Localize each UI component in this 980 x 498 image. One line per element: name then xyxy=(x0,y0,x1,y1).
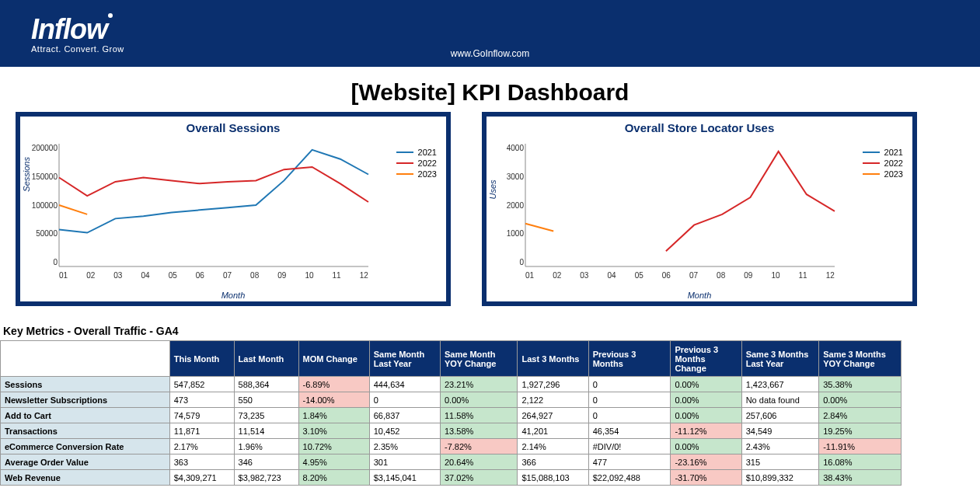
table-cell: -6.89% xyxy=(298,377,369,392)
table-cell: $10,899,332 xyxy=(741,470,819,486)
legend-item: 2022 xyxy=(396,158,437,168)
table-cell: -31.70% xyxy=(671,470,741,486)
table-cell: 550 xyxy=(234,392,298,408)
metrics-table: This MonthLast MonthMOM ChangeSame Month… xyxy=(0,340,902,486)
table-cell: 547,852 xyxy=(169,377,234,392)
table-cell: 20.64% xyxy=(440,454,518,470)
table-cell: 363 xyxy=(169,454,234,470)
table-cell: -11.91% xyxy=(819,439,902,454)
table-cell: -23.16% xyxy=(671,454,741,470)
table-cell: 11.58% xyxy=(440,408,518,423)
table-cell: 0.00% xyxy=(671,439,741,454)
table-cell: 0 xyxy=(588,392,671,408)
row-header: Average Order Value xyxy=(1,454,170,470)
row-header: eCommerce Conversion Rate xyxy=(1,439,170,454)
table-cell: 257,606 xyxy=(741,408,819,423)
column-header: Same Month Last Year xyxy=(369,341,440,377)
table-cell: 41,201 xyxy=(518,423,588,439)
table-row: Add to Cart74,57973,2351.84%66,83711.58%… xyxy=(1,408,902,423)
table-cell: $4,309,271 xyxy=(169,470,234,486)
table-cell: #DIV/0! xyxy=(588,439,671,454)
row-header: Add to Cart xyxy=(1,408,170,423)
table-row: Average Order Value3633464.95%30120.64%3… xyxy=(1,454,902,470)
table-cell: 37.02% xyxy=(440,470,518,486)
table-row: Newsletter Subscriptions473550-14.00%00.… xyxy=(1,392,902,408)
table-cell: 23.21% xyxy=(440,377,518,392)
table-cell: 73,235 xyxy=(234,408,298,423)
chart-title: Overall Store Locator Uses xyxy=(487,117,912,134)
table-cell: 0.00% xyxy=(440,392,518,408)
x-axis-label: Month xyxy=(688,291,712,300)
table-cell: 366 xyxy=(518,454,588,470)
table-row: Web Revenue$4,309,271$3,982,7238.20%$3,1… xyxy=(1,470,902,486)
table-cell: $15,088,103 xyxy=(518,470,588,486)
column-header: Same 3 Months YOY Change xyxy=(819,341,902,377)
table-cell: No data found xyxy=(741,392,819,408)
table-cell: 2.43% xyxy=(741,439,819,454)
table-cell: 11,871 xyxy=(169,423,234,439)
table-cell: 1,423,667 xyxy=(741,377,819,392)
table-cell: 1.96% xyxy=(234,439,298,454)
legend-item: 2023 xyxy=(396,169,437,179)
chart-overall-sessions: Overall Sessions Sessions Month 20000015… xyxy=(16,112,451,306)
table-cell: 3.10% xyxy=(298,423,369,439)
logo: Inflow xyxy=(31,13,124,46)
chart-title: Overall Sessions xyxy=(20,117,446,134)
table-cell: 346 xyxy=(234,454,298,470)
page-title: [Website] KPI Dashboard xyxy=(0,79,980,106)
table-cell: 477 xyxy=(588,454,671,470)
plot-area xyxy=(59,144,368,266)
table-cell: 0.00% xyxy=(819,392,902,408)
column-header: Same 3 Months Last Year xyxy=(741,341,819,377)
plot-area xyxy=(525,144,835,266)
column-header: Previous 3 Months Change xyxy=(671,341,741,377)
column-header: Last 3 Months xyxy=(518,341,588,377)
table-cell: $3,982,723 xyxy=(234,470,298,486)
column-header: Last Month xyxy=(234,341,298,377)
table-cell: -7.82% xyxy=(440,439,518,454)
table-cell: 34,549 xyxy=(741,423,819,439)
column-header: Same Month YOY Change xyxy=(440,341,518,377)
table-row: Transactions11,87111,5143.10%10,45213.58… xyxy=(1,423,902,439)
table-cell: 2,122 xyxy=(518,392,588,408)
table-cell: 4.95% xyxy=(298,454,369,470)
legend-item: 2021 xyxy=(396,148,437,157)
table-cell: 0.00% xyxy=(671,377,741,392)
row-header: Newsletter Subscriptions xyxy=(1,392,170,408)
x-axis-label: Month xyxy=(221,291,246,300)
table-cell: 444,634 xyxy=(369,377,440,392)
table-cell: 588,364 xyxy=(234,377,298,392)
table-row: Sessions547,852588,364-6.89%444,63423.21… xyxy=(1,377,902,392)
charts-row: Overall Sessions Sessions Month 20000015… xyxy=(0,112,980,306)
table-cell: 46,354 xyxy=(588,423,671,439)
table-cell: 11,514 xyxy=(234,423,298,439)
row-header: Sessions xyxy=(1,377,170,392)
table-cell: 473 xyxy=(169,392,234,408)
legend-item: 2021 xyxy=(863,148,903,157)
y-ticks: 200000150000100000500000 xyxy=(28,144,58,266)
header-url: www.GoInflow.com xyxy=(451,48,529,59)
table-cell: 10.72% xyxy=(298,439,369,454)
table-cell: 2.14% xyxy=(518,439,588,454)
legend-item: 2023 xyxy=(863,169,903,179)
table-corner xyxy=(1,341,170,377)
metrics-section-title: Key Metrics - Overall Traffic - GA4 xyxy=(0,322,980,340)
table-cell: -14.00% xyxy=(298,392,369,408)
table-cell: 10,452 xyxy=(369,423,440,439)
table-cell: 0.00% xyxy=(671,392,741,408)
logo-block: Inflow Attract. Convert. Grow xyxy=(31,13,124,54)
table-cell: 16.08% xyxy=(819,454,902,470)
table-cell: 0.00% xyxy=(671,408,741,423)
table-cell: 0 xyxy=(588,408,671,423)
table-cell: -11.12% xyxy=(671,423,741,439)
table-cell: 1.84% xyxy=(298,408,369,423)
table-cell: 2.17% xyxy=(169,439,234,454)
row-header: Web Revenue xyxy=(1,470,170,486)
table-cell: $3,145,041 xyxy=(369,470,440,486)
row-header: Transactions xyxy=(1,423,170,439)
header: Inflow Attract. Convert. Grow www.GoInfl… xyxy=(0,0,980,70)
table-cell: 66,837 xyxy=(369,408,440,423)
column-header: This Month xyxy=(169,341,234,377)
table-cell: 1,927,296 xyxy=(518,377,588,392)
legend-item: 2022 xyxy=(863,158,903,168)
